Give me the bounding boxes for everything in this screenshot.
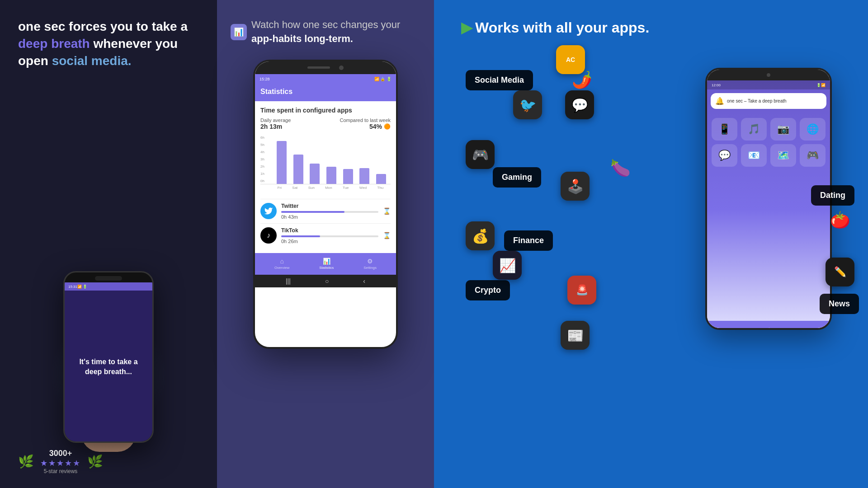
x-label-wed: Wed [359,186,367,190]
twitter-time: 0h 43m [281,214,378,220]
tomato-icon: 🍅 [826,206,854,235]
phone-2-stats-header: Statistics [255,84,396,101]
y-label-3h: 3h [260,157,264,161]
eggplant-icon: 🍆 [606,154,635,183]
compare-label: Compared to last week [340,117,391,123]
app-grid-icon-4: 🌐 [800,118,826,141]
tiktok-icon: ♪ [260,227,277,244]
chart-icon-badge: 📊 [231,24,247,40]
phone-1-screen-message: It's time to take a deep breath... [65,348,152,386]
x-label-fri: Fri [278,186,282,190]
bar-fri [277,141,287,184]
all-your-apps-text: all your apps. [556,19,649,36]
twitter-progress-bar [281,211,344,213]
phone-3-camera [767,73,770,77]
stats-sub-row: Daily average 2h 13m Compared to last we… [260,117,391,130]
newspaper-icon: 📰 [561,321,590,350]
joystick-icon: 🕹️ [561,172,590,201]
app-grid-icon-6: 📧 [741,144,767,167]
headline-highlight-deep-breath: deep breath [18,37,90,51]
y-label-0h: 0h [260,179,264,183]
gaming-ctrl-icon: 🎮 [466,140,495,169]
reviews-container: 🌿 3000+ ★★★★★ 5-star reviews 🌿 [18,449,103,474]
compare-icon: 🟠 [384,123,391,130]
app-row-twitter: Twitter 0h 43m ⌛ [260,199,391,223]
chart-title: Time spent in configured apps [260,107,391,114]
app-grid-icon-7: 🗺️ [770,144,796,167]
phone-2-camera [339,66,344,70]
reviews-text: 3000+ ★★★★★ 5-star reviews [40,449,81,474]
pencil-icon: ✏️ [826,258,854,286]
label-social-media: Social Media [466,70,533,90]
nav-statistics[interactable]: 📊 Statistics [319,258,334,270]
phone3-nav-apps: ⚙ [767,327,772,330]
tiktok-name: TikTok [281,227,378,234]
phone-2-status-bar: 15:28 📶 🔒 🔋 [255,74,396,84]
bar-wed [359,168,369,184]
y-label-6h: 6h [260,136,264,140]
x-label-sun: Sun [308,186,315,190]
bar-mon [326,167,336,184]
tiktok-hourglass-icon: ⌛ [383,232,391,239]
label-finance: Finance [504,230,553,251]
app-grid-icon-5: 💬 [712,144,737,167]
bottom-back-icon: ‹ [363,277,365,285]
panel-3-headline: ▶Works with all your apps. [461,18,687,38]
x-label-thu: Thu [377,186,383,190]
phone-2-nav: ⌂ Overview 📊 Statistics ⚙ Settings [255,253,396,275]
nav-overview[interactable]: ⌂ Overview [274,258,289,270]
panel-1-headline: one sec forces you to take a deep breath… [18,18,190,69]
overview-icon: ⌂ [280,258,283,265]
app-row-tiktok: ♪ TikTok 0h 26m ⌛ [260,223,391,248]
phone-1-screen: It's time to take a deep breath... [65,291,152,443]
phone3-nav-back: ‹ [807,327,808,330]
label-gaming: Gaming [493,167,541,188]
twitter-icon [260,203,277,219]
phone-1-status-bar: 15:31 📶 🔋 [65,282,152,291]
app-grid-icon-1: 📱 [712,118,737,141]
tiktok-time: 0h 26m [281,239,378,244]
phone-2: 15:28 📶 🔒 🔋 Statistics Time spent in con… [253,60,398,349]
nav-settings[interactable]: ⚙ Settings [363,258,377,270]
panel-3: ▶Works with all your apps. 12:00 🔋📶 🔔 on… [434,0,868,488]
google-play-icon: ▶ [461,19,472,36]
y-label-4h: 4h [260,150,264,154]
compare-value: 54% [369,123,382,130]
label-news: News [820,294,859,314]
bar-tue [343,169,353,184]
phone-3-screen: 12:00 🔋📶 🔔 one sec – Take a deep breath … [707,80,830,330]
daily-avg-value: 2h 13m [260,123,291,130]
twitter-info: Twitter 0h 43m [281,203,378,220]
label-crypto: Crypto [466,280,510,300]
panel-2-headline: 📊 Watch how one sec changes your app-hab… [231,18,420,46]
bottom-menu-icon: ||| [286,277,291,285]
y-label-2h: 2h [260,164,264,169]
phone-3-status: 12:00 🔋📶 [707,80,830,89]
app-grid-icon-2: 🎵 [741,118,767,141]
red-app-icon: 🚨 [567,276,596,305]
phone-2-content: Time spent in configured apps Daily aver… [255,101,396,253]
x-label-tue: Tue [343,186,349,190]
app-grid-icon-8: 🎮 [800,144,826,167]
bar-chart: 6h 5h 4h 3h 2h 1h 0h [260,135,391,193]
settings-icon: ⚙ [367,258,373,265]
reviews-label: 5-star reviews [40,468,81,474]
y-label-5h: 5h [260,143,264,147]
chart-up-icon: 📈 [493,251,522,280]
tiktok-progress-bar [281,235,320,237]
headline-text-1: one sec forces you to take a [18,19,188,33]
phone-3-top [707,70,830,80]
x-label-mon: Mon [325,186,332,190]
notif-icon: 🔔 [715,97,724,105]
bar-thu [376,174,386,184]
phone-2-top [255,61,396,74]
label-dating: Dating [811,185,854,206]
penguin-app-icon: 🐦 [513,90,542,119]
message-app-icon: 💬 [565,90,594,119]
twitter-name: Twitter [281,203,378,209]
phone-2-speaker [307,66,330,69]
y-label-1h: 1h [260,172,264,176]
statistics-icon: 📊 [323,258,330,265]
daily-avg-label: Daily average [260,117,291,123]
bar-sat [293,155,303,184]
